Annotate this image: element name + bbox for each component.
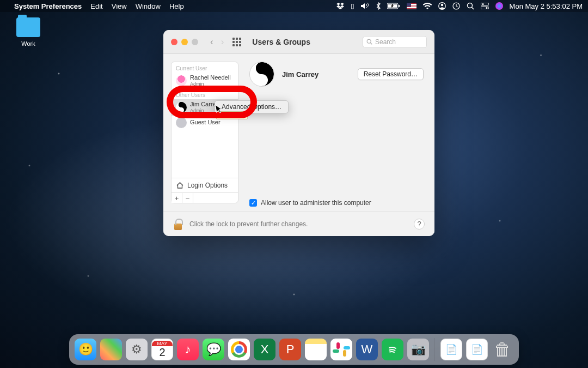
dock-trash[interactable]: 🗑 <box>492 339 513 360</box>
menubar-clock[interactable]: Mon May 2 5:53:02 PM <box>510 2 583 10</box>
user-name: Guest User <box>190 119 220 126</box>
dock-app-misc[interactable]: 📷 <box>407 339 429 360</box>
svg-point-6 <box>467 3 472 8</box>
dock-calendar[interactable]: MAY 2 <box>151 339 173 360</box>
dock-finder[interactable]: 🙂 <box>75 339 96 360</box>
dropbox-icon[interactable] <box>336 3 344 9</box>
siri-icon[interactable] <box>495 2 503 10</box>
input-source-flag[interactable] <box>407 3 416 9</box>
user-icon[interactable] <box>438 2 446 10</box>
sidebar-header-other: Other Users <box>171 89 238 99</box>
dock-separator <box>434 338 435 361</box>
desktop: System Preferences Edit View Window Help… <box>0 0 588 368</box>
dock-excel[interactable]: X <box>254 339 275 360</box>
svg-line-7 <box>471 8 474 10</box>
user-avatar[interactable] <box>249 62 274 87</box>
svg-point-9 <box>482 3 483 5</box>
menubar: System Preferences Edit View Window Help… <box>0 0 588 12</box>
menu-help[interactable]: Help <box>169 2 184 10</box>
svg-rect-8 <box>481 3 489 5</box>
clock-icon[interactable] <box>452 2 460 10</box>
dock-word[interactable]: W <box>356 339 378 360</box>
close-button[interactable] <box>171 39 177 45</box>
sidebar-current-user[interactable]: Rachel Needell Admin <box>171 73 238 89</box>
calendar-month: MAY <box>152 341 173 346</box>
add-user-button[interactable]: + <box>171 193 182 203</box>
lock-button[interactable] <box>173 218 183 230</box>
users-sidebar: Current User Rachel Needell Admin Other … <box>171 62 238 203</box>
folder-icon <box>16 17 40 37</box>
titlebar: ‹ › Users & Groups Search <box>163 30 434 54</box>
svg-point-12 <box>367 39 371 43</box>
lock-hint-text: Click the lock to prevent further change… <box>189 220 308 228</box>
dock-music[interactable]: ♪ <box>177 339 199 360</box>
reset-password-button[interactable]: Reset Password… <box>358 68 424 80</box>
volume-icon[interactable] <box>361 3 370 9</box>
window-title: Users & Groups <box>252 38 310 46</box>
dock-slack[interactable] <box>330 339 352 360</box>
wifi-icon[interactable] <box>423 3 432 9</box>
window-footer: Click the lock to prevent further change… <box>163 211 434 236</box>
help-button[interactable]: ? <box>414 219 425 230</box>
remove-user-button[interactable]: − <box>182 193 193 203</box>
sidebar-header-current: Current User <box>171 62 238 73</box>
spotlight-icon[interactable] <box>467 2 474 10</box>
avatar-icon <box>176 75 187 86</box>
svg-point-4 <box>440 4 443 6</box>
dock-powerpoint[interactable]: P <box>279 339 301 360</box>
admin-checkbox-row[interactable]: ✓ Allow user to administer this computer <box>249 199 371 207</box>
dock-doc-1[interactable]: 📄 <box>440 339 462 360</box>
zoom-button[interactable] <box>192 39 198 45</box>
svg-rect-1 <box>399 5 400 7</box>
dock: 🙂 ⚙ MAY 2 ♪ 💬 X P W 📷 📄 📄 🗑 <box>69 334 519 365</box>
user-role: Admin <box>190 81 231 87</box>
dock-messages[interactable]: 💬 <box>203 339 224 360</box>
menu-edit[interactable]: Edit <box>90 2 102 10</box>
admin-checkbox-label: Allow user to administer this computer <box>261 199 371 207</box>
menu-window[interactable]: Window <box>136 2 161 10</box>
battery-icon[interactable] <box>387 3 400 9</box>
desktop-folder-work[interactable]: Work <box>12 17 45 47</box>
minimize-button[interactable] <box>181 39 188 45</box>
login-options-label: Login Options <box>187 182 228 189</box>
dock-doc-2[interactable]: 📄 <box>466 339 488 360</box>
svg-point-11 <box>486 7 487 9</box>
bluetooth-icon[interactable] <box>376 2 381 10</box>
avatar-icon <box>176 117 187 128</box>
calendar-day: 2 <box>159 346 165 359</box>
show-all-button[interactable] <box>232 38 241 46</box>
traffic-lights <box>171 39 198 45</box>
forward-button[interactable]: › <box>221 37 224 47</box>
status-icon-1[interactable]: ▯ <box>351 2 354 10</box>
checkbox-checked-icon: ✓ <box>249 199 257 207</box>
selected-username: Jim Carrey <box>282 70 318 79</box>
back-button[interactable]: ‹ <box>210 37 213 47</box>
menu-view[interactable]: View <box>112 2 127 10</box>
search-input[interactable]: Search <box>363 36 427 48</box>
dock-notes[interactable] <box>305 339 327 360</box>
search-icon <box>366 39 372 45</box>
dock-spotify[interactable] <box>382 339 403 360</box>
prefs-window: ‹ › Users & Groups Search Current User <box>163 30 434 236</box>
app-menu[interactable]: System Preferences <box>14 2 82 10</box>
desktop-folder-label: Work <box>12 40 45 47</box>
dock-system-preferences[interactable]: ⚙ <box>126 339 148 360</box>
user-name: Rachel Needell <box>190 74 231 81</box>
dock-chrome[interactable] <box>228 339 250 360</box>
svg-rect-10 <box>481 7 489 9</box>
control-center-icon[interactable] <box>481 3 489 9</box>
login-options[interactable]: Login Options <box>171 178 238 192</box>
home-icon <box>176 182 184 189</box>
avatar-icon <box>176 102 187 113</box>
search-placeholder: Search <box>375 38 396 46</box>
svg-line-13 <box>370 43 372 44</box>
dock-launchpad[interactable] <box>100 339 122 360</box>
user-detail-panel: Jim Carrey Reset Password… ✓ Allow user … <box>238 54 434 211</box>
